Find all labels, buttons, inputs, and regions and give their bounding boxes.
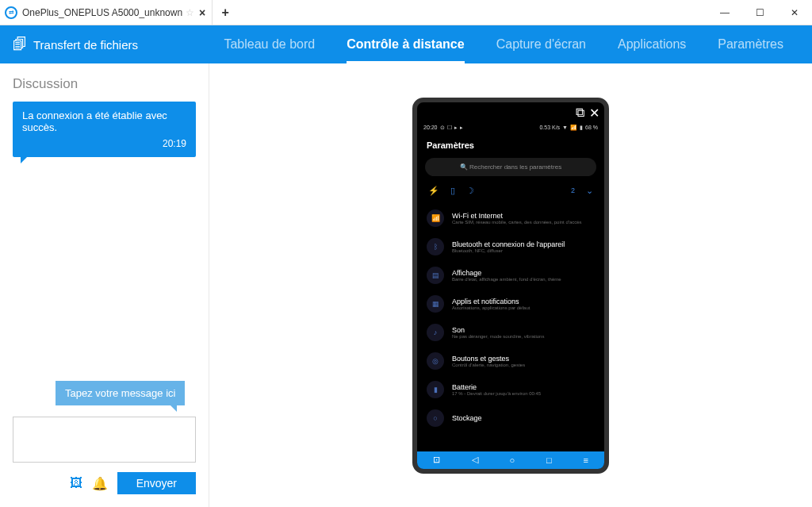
file-transfer-label: Transfert de fichiers xyxy=(33,38,138,52)
close-remote-icon[interactable]: ✕ xyxy=(589,106,599,121)
file-transfer-icon: 🗐 xyxy=(13,36,27,53)
nav-tab[interactable]: Tableau de bord xyxy=(208,25,331,63)
menu-icon[interactable]: ≡ xyxy=(584,455,588,465)
settings-item-sub: 17 % - Devrait durer jusqu'à environ 00:… xyxy=(452,391,595,396)
minimize-button[interactable]: — xyxy=(707,0,742,25)
settings-item-sub: Contrôl d'alerte, navigation, gestes xyxy=(452,363,595,367)
back-icon[interactable]: ◁ xyxy=(472,455,478,465)
settings-item-icon: ▮ xyxy=(427,381,444,398)
settings-item[interactable]: 📶 Wi-Fi et Internet Carte SIM, réseau mo… xyxy=(425,204,596,232)
title-bar: OnePlus_ONEPLUS A5000_unknown ☆ × + — ☐ … xyxy=(0,0,812,25)
nav-tab[interactable]: Contrôle à distance xyxy=(331,25,480,63)
nudge-icon[interactable]: 🔔 xyxy=(92,476,108,491)
settings-item-icon: ◎ xyxy=(427,352,444,370)
quick-badge[interactable]: 2 xyxy=(571,186,575,194)
send-button[interactable]: Envoyer xyxy=(117,472,196,494)
settings-item[interactable]: ▦ Applis et notifications Autorisations,… xyxy=(425,290,596,318)
settings-item-icon: ○ xyxy=(427,409,444,427)
settings-item[interactable]: ▤ Affichage Barre d'état, affichage ambi… xyxy=(425,261,596,290)
search-icon: 🔍 xyxy=(460,163,468,171)
phone-time: 20:20 xyxy=(423,125,438,130)
settings-item-title: Son xyxy=(452,326,595,334)
quick-icon[interactable]: ▯ xyxy=(450,186,455,196)
attach-icon[interactable]: 🖼 xyxy=(70,476,82,490)
close-button[interactable]: ✕ xyxy=(777,0,812,25)
settings-item-sub: Bluetooth, NFC, diffuser xyxy=(452,248,595,253)
teamviewer-nav-icon[interactable]: ⊡ xyxy=(433,455,440,465)
phone-status-bar: 20:20 ⊙ ☐ ▸ ▸ 0.53 K/s ▼ 📶 ▮ 68 % xyxy=(417,120,604,136)
settings-item-sub: Carte SIM, réseau mobile, cartes, des do… xyxy=(452,220,595,225)
chat-message: La connexion a été établie avec succès. … xyxy=(13,102,196,157)
teamviewer-icon xyxy=(5,6,17,19)
status-icon: ☐ xyxy=(447,125,452,131)
settings-item[interactable]: ◎ Boutons et gestes Contrôl d'alerte, na… xyxy=(425,347,596,375)
settings-item[interactable]: ▮ Batterie 17 % - Devrait durer jusqu'à … xyxy=(425,375,596,404)
settings-item-sub: Autorisations, applications par défaut xyxy=(452,305,595,310)
settings-item-title: Wi-Fi et Internet xyxy=(452,212,595,220)
phone-screen[interactable]: ⧉ ✕ 20:20 ⊙ ☐ ▸ ▸ 0.53 K/s ▼ 📶 ▮ 68 % xyxy=(412,98,609,474)
nav-tab[interactable]: Paramètres xyxy=(702,25,799,63)
add-tab-button[interactable]: + xyxy=(213,6,238,20)
chat-message-time: 20:19 xyxy=(22,138,186,149)
maximize-button[interactable]: ☐ xyxy=(742,0,777,25)
settings-item[interactable]: ○ Stockage xyxy=(425,404,596,432)
settings-item-title: Boutons et gestes xyxy=(452,355,595,363)
battery-pct: 68 % xyxy=(585,125,598,130)
settings-item-title: Stockage xyxy=(452,414,595,422)
data-rate: 0.53 K/s xyxy=(539,125,560,130)
search-placeholder: Rechercher dans les paramètres xyxy=(469,163,561,171)
wifi-icon: ▼ xyxy=(562,125,568,130)
tab-title: OnePlus_ONEPLUS A5000_unknown xyxy=(22,7,181,18)
nav-tab[interactable]: Capture d'écran xyxy=(481,25,602,63)
chat-input[interactable] xyxy=(13,417,196,463)
nav-tab[interactable]: Applications xyxy=(602,25,702,63)
status-icon: ⊙ xyxy=(440,125,445,131)
settings-item-title: Applis et notifications xyxy=(452,298,595,305)
remote-view: ⧉ ✕ 20:20 ⊙ ☐ ▸ ▸ 0.53 K/s ▼ 📶 ▮ 68 % xyxy=(209,63,812,507)
status-icon: ▸ xyxy=(460,125,463,131)
settings-item[interactable]: ♪ Son Ne pas déranger, mode sourdine, vi… xyxy=(425,318,596,347)
chat-sidebar: Discussion La connexion a été établie av… xyxy=(0,63,209,507)
settings-item[interactable]: ᛒ Bluetooth et connexion de l'appareil B… xyxy=(425,232,596,261)
recent-icon[interactable]: □ xyxy=(546,455,552,465)
quick-settings-row: ⚡ ▯ ☽ 2 ⌄ xyxy=(417,186,604,204)
settings-item-icon: ▤ xyxy=(427,267,444,284)
tab-close-icon[interactable]: × xyxy=(199,6,205,19)
signal-icon: 📶 xyxy=(570,125,577,131)
quick-icon[interactable]: ⚡ xyxy=(428,186,439,196)
main-toolbar: 🗐 Transfert de fichiers Tableau de bordC… xyxy=(0,25,812,63)
settings-item-sub: Barre d'état, affichage ambient, fond d'… xyxy=(452,277,595,282)
phone-search[interactable]: 🔍 Rechercher dans les paramètres xyxy=(425,158,596,176)
settings-item-title: Batterie xyxy=(452,383,595,391)
browser-tab[interactable]: OnePlus_ONEPLUS A5000_unknown ☆ × xyxy=(0,0,213,25)
settings-item-icon: ᛒ xyxy=(427,238,444,255)
status-icon: ▸ xyxy=(454,125,458,131)
chat-message-text: La connexion a été établie avec succès. xyxy=(22,109,186,133)
settings-item-icon: ♪ xyxy=(427,324,444,341)
settings-item-title: Affichage xyxy=(452,269,595,277)
favorite-icon[interactable]: ☆ xyxy=(186,7,194,18)
quick-icon[interactable]: ☽ xyxy=(466,186,474,196)
settings-item-sub: Ne pas déranger, mode sourdine, vibratio… xyxy=(452,334,595,339)
settings-item-icon: 📶 xyxy=(427,209,444,227)
phone-nav-bar: ⊡ ◁ ○ □ ≡ xyxy=(417,451,604,469)
popout-icon[interactable]: ⧉ xyxy=(576,106,584,121)
file-transfer-button[interactable]: 🗐 Transfert de fichiers xyxy=(13,36,138,53)
compose-hint: Tapez votre message ici xyxy=(56,381,185,405)
chat-title: Discussion xyxy=(13,76,196,92)
battery-icon: ▮ xyxy=(580,125,583,131)
phone-page-title: Paramètres xyxy=(417,136,604,158)
settings-item-icon: ▦ xyxy=(427,295,444,313)
settings-item-title: Bluetooth et connexion de l'appareil xyxy=(452,240,595,248)
chevron-down-icon[interactable]: ⌄ xyxy=(586,186,593,196)
home-icon[interactable]: ○ xyxy=(510,455,515,465)
